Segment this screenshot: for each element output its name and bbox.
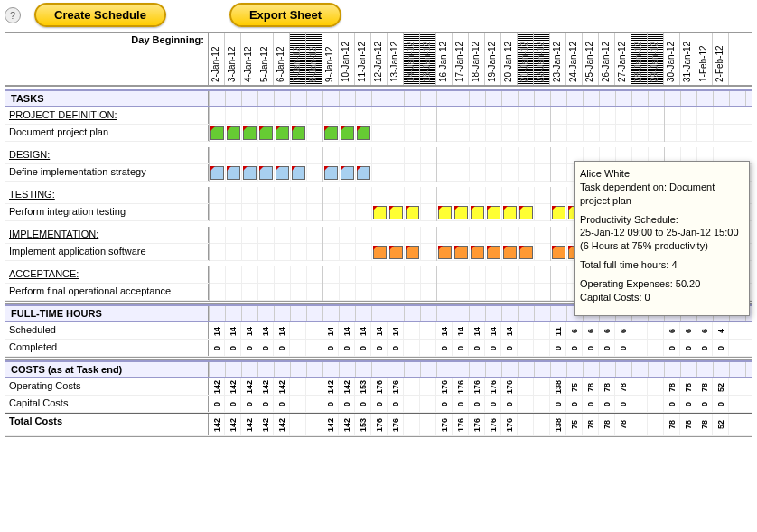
data-cell: 0	[209, 340, 225, 357]
tooltip-schedule: 25-Jan-12 09:00 to 25-Jan-12 15:00 (6 Ho…	[580, 227, 739, 251]
date-header-cell: 29-Jan-12	[648, 33, 664, 85]
gantt-bar[interactable]	[292, 126, 305, 140]
tooltip-dependency: Task dependent on: Document project plan	[580, 182, 715, 206]
total-cell: 176	[371, 414, 388, 435]
tooltip-sched-header: Productivity Schedule:	[580, 214, 678, 225]
gantt-bar[interactable]	[259, 126, 273, 140]
gantt-bar[interactable]	[471, 206, 484, 219]
data-cell: 0	[485, 396, 501, 413]
data-cell: 0	[550, 340, 566, 357]
data-cell: 0	[274, 396, 290, 413]
gantt-bar[interactable]	[438, 246, 452, 259]
gantt-bar[interactable]	[259, 166, 273, 180]
data-cell: 6	[583, 322, 599, 340]
gantt-bar[interactable]	[341, 166, 354, 180]
data-cell: 0	[696, 340, 713, 357]
data-cell	[648, 378, 664, 396]
date-header-cell: 13-Jan-12	[388, 33, 404, 85]
gantt-bar[interactable]	[227, 166, 240, 180]
date-header-cell: 12-Jan-12	[371, 33, 388, 85]
row-label: Scheduled	[5, 322, 209, 339]
gantt-bar[interactable]	[357, 126, 370, 140]
gantt-bar[interactable]	[438, 206, 452, 219]
gantt-bar[interactable]	[471, 246, 484, 259]
data-cell: 11	[550, 322, 566, 340]
data-cell: 0	[257, 396, 274, 413]
date-header-cell: 10-Jan-12	[339, 33, 355, 85]
costs-section: COSTS (as at Task end) Operating Costs14…	[5, 359, 752, 437]
total-cell	[518, 414, 534, 435]
gantt-bar[interactable]	[357, 166, 370, 180]
gantt-bar[interactable]	[454, 206, 468, 219]
gantt-bar[interactable]	[552, 206, 565, 219]
date-header-cell: 31-Jan-12	[680, 33, 696, 85]
data-cell: 0	[339, 396, 355, 413]
data-cell: 0	[225, 340, 241, 357]
gantt-bar[interactable]	[487, 206, 500, 219]
gantt-bar[interactable]	[389, 206, 403, 219]
gantt-bar[interactable]	[389, 246, 403, 259]
gantt-bar[interactable]	[503, 206, 517, 219]
date-header: Day Beginning: 2-Jan-123-Jan-124-Jan-125…	[5, 32, 752, 87]
data-cell: 0	[566, 340, 583, 357]
data-cell: 142	[209, 378, 225, 396]
data-cell: 176	[453, 378, 469, 396]
gantt-bar[interactable]	[373, 246, 387, 259]
export-sheet-button[interactable]: Export Sheet	[229, 3, 341, 27]
gantt-bar[interactable]	[276, 166, 289, 180]
date-header-cell: 23-Jan-12	[550, 33, 566, 85]
total-cell: 78	[599, 414, 615, 435]
total-cell: 78	[615, 414, 631, 435]
gantt-bar[interactable]	[519, 246, 533, 259]
gantt-bar[interactable]	[243, 126, 257, 140]
gantt-bar[interactable]	[519, 206, 533, 219]
gantt-bar[interactable]	[210, 126, 224, 140]
costs-header: COSTS (as at Task end)	[5, 362, 209, 377]
data-cell	[290, 378, 306, 396]
data-cell: 75	[566, 378, 583, 396]
help-icon[interactable]: ?	[5, 7, 21, 23]
gantt-bar[interactable]	[552, 246, 565, 259]
gantt-bar[interactable]	[406, 246, 419, 259]
data-cell: 142	[322, 378, 339, 396]
gantt-bar[interactable]	[406, 206, 419, 219]
date-header-cell: 14-Jan-12	[404, 33, 420, 85]
data-cell: 4	[713, 322, 729, 340]
data-cell: 0	[583, 340, 599, 357]
data-cell: 6	[599, 322, 615, 340]
row-label: Completed	[5, 340, 209, 356]
gantt-bar[interactable]	[276, 126, 289, 140]
gantt-bar[interactable]	[487, 246, 500, 259]
data-cell: 0	[501, 396, 518, 413]
tooltip-hours: Total full-time hours: 4	[580, 258, 743, 272]
gantt-bar[interactable]	[292, 166, 305, 180]
data-cell: 0	[550, 396, 566, 413]
data-cell: 0	[355, 396, 371, 413]
gantt-bar[interactable]	[454, 246, 468, 259]
gantt-bar[interactable]	[503, 246, 517, 259]
data-cell: 0	[713, 340, 729, 357]
data-cell: 78	[599, 378, 615, 396]
data-cell: 0	[241, 340, 257, 357]
gantt-bar[interactable]	[324, 126, 338, 140]
data-cell: 176	[501, 378, 518, 396]
gantt-bar[interactable]	[324, 166, 338, 180]
data-cell: 0	[469, 340, 485, 357]
date-header-cell: 9-Jan-12	[322, 33, 339, 85]
task-name: Perform integration testing	[5, 204, 209, 220]
gantt-bar[interactable]	[341, 126, 354, 140]
gantt-bar[interactable]	[210, 166, 224, 180]
total-cell: 142	[274, 414, 290, 435]
gantt-bar[interactable]	[243, 166, 257, 180]
data-cell: 142	[241, 378, 257, 396]
create-schedule-button[interactable]: Create Schedule	[34, 3, 166, 27]
data-cell: 14	[501, 322, 518, 340]
data-cell: 0	[371, 396, 388, 413]
gantt-bar[interactable]	[373, 206, 387, 219]
data-cell	[534, 340, 550, 357]
data-cell: 0	[371, 340, 388, 357]
gantt-bar[interactable]	[227, 126, 240, 140]
date-header-cell: 25-Jan-12	[583, 33, 599, 85]
data-cell: 14	[355, 322, 371, 340]
data-cell: 14	[485, 322, 501, 340]
